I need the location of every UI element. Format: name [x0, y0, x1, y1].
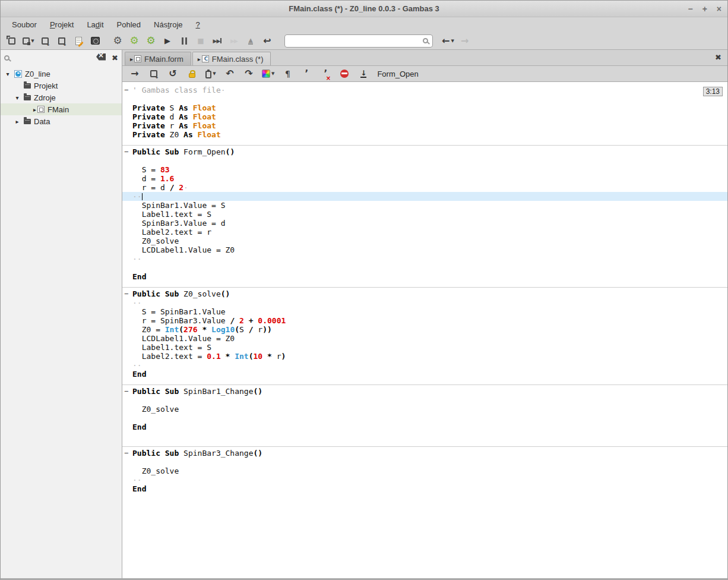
code-line[interactable]: [122, 94, 727, 103]
open-project-button[interactable]: ▼: [21, 33, 36, 49]
code-line[interactable]: LCDLabel1.Value = Z0: [122, 245, 727, 254]
code-line[interactable]: [122, 431, 727, 440]
code-line[interactable]: Z0_solve: [122, 237, 727, 245]
code-line[interactable]: Z0_solve: [122, 405, 727, 414]
save-project-button[interactable]: [37, 33, 53, 49]
finish-button[interactable]: ▲: [243, 33, 258, 49]
goto-button[interactable]: →: [127, 66, 143, 81]
code-line[interactable]: r = d / 2·: [122, 183, 727, 192]
current-code-line[interactable]: ··: [122, 192, 727, 201]
tree-item-z0line[interactable]: ▾Z0_line: [1, 68, 122, 80]
project-properties-button[interactable]: [71, 33, 86, 49]
code-line[interactable]: Label1.text = S: [122, 343, 727, 352]
menu-projekt[interactable]: Projekt: [43, 18, 80, 31]
code-line[interactable]: −Public Sub Form_Open(): [122, 147, 727, 156]
code-line[interactable]: Z0 = Int(276 * Log10(S / r)): [122, 325, 727, 334]
code-line[interactable]: LCDLabel1.Value = Z0: [122, 334, 727, 343]
clear-filter-button[interactable]: [96, 53, 106, 62]
tree-item-data[interactable]: ▸Data: [1, 115, 122, 127]
code-editor[interactable]: 3:13 −' Gambas class file·Private S As F…: [122, 82, 727, 578]
colors-button[interactable]: ▼: [260, 66, 276, 81]
comment-button[interactable]: ’: [299, 66, 314, 81]
close-tab-button[interactable]: ✖: [715, 53, 721, 62]
fold-marker[interactable]: −: [122, 387, 132, 396]
close-button[interactable]: ×: [717, 5, 721, 13]
uncomment-button[interactable]: ’×: [318, 66, 333, 81]
step-button[interactable]: ▶▶: [210, 33, 225, 49]
menu-nastroje[interactable]: Nástroje: [147, 18, 189, 31]
whitespace-button[interactable]: ¶: [280, 66, 295, 81]
stop-button[interactable]: ■: [193, 33, 208, 49]
code-line[interactable]: Label2.text = r: [122, 228, 727, 237]
code-line[interactable]: Label1.text = S: [122, 210, 727, 219]
code-line[interactable]: Z0_solve: [122, 466, 727, 475]
code-line[interactable]: [122, 396, 727, 405]
code-line[interactable]: Private r As Float: [122, 121, 727, 130]
fold-marker[interactable]: −: [122, 289, 132, 298]
expand-arrow-icon[interactable]: ▸: [14, 118, 21, 125]
make-executable-button[interactable]: [87, 33, 103, 49]
code-line[interactable]: End: [122, 423, 727, 431]
code-line[interactable]: End: [122, 272, 727, 281]
forward-button[interactable]: ▶▶: [226, 33, 242, 49]
goto-procedure-button[interactable]: ↓: [356, 66, 371, 81]
code-line[interactable]: −Public Sub Z0_solve(): [122, 289, 727, 298]
paste-special-button[interactable]: ▼: [203, 66, 219, 81]
back-button[interactable]: ←▼: [440, 33, 456, 49]
save-all-button[interactable]: [54, 33, 69, 49]
menu-ladit[interactable]: Ladit: [80, 18, 110, 31]
menu-help[interactable]: ?: [189, 18, 207, 31]
fold-marker[interactable]: −: [122, 86, 132, 94]
code-line[interactable]: [122, 156, 727, 165]
compile-button[interactable]: ⚙: [126, 33, 142, 49]
code-line[interactable]: −' Gambas class file·: [122, 86, 727, 94]
tab-fmain-class[interactable]: ▸FMain.class (*): [192, 52, 271, 65]
search-input[interactable]: [284, 34, 433, 48]
tree-item-zdroje[interactable]: ▾Zdroje: [1, 92, 122, 103]
fold-marker[interactable]: −: [122, 449, 132, 458]
minimize-button[interactable]: −: [688, 5, 692, 13]
code-line[interactable]: S = 83: [122, 165, 727, 174]
reload-button[interactable]: ↺: [165, 66, 181, 81]
code-line[interactable]: ··: [122, 298, 727, 307]
code-line[interactable]: −Public Sub SpinBar1_Change(): [122, 387, 727, 396]
pause-button[interactable]: [176, 33, 192, 49]
code-line[interactable]: Label2.text = 0.1 * Int(10 * r): [122, 352, 727, 361]
compile-all-button[interactable]: ⚙: [143, 33, 159, 49]
forward-nav-button[interactable]: →: [457, 33, 473, 49]
code-line[interactable]: SpinBar3.Value = d: [122, 219, 727, 228]
new-project-button[interactable]: [4, 33, 20, 49]
code-line[interactable]: r = SpinBar3.Value / 2 + 0.0001: [122, 316, 727, 325]
tab-fmain-form[interactable]: ▸FMain.form: [125, 52, 191, 65]
tree-item-projekt[interactable]: Projekt: [1, 80, 122, 92]
code-line[interactable]: Private d As Float: [122, 112, 727, 121]
code-line[interactable]: −Public Sub SpinBar3_Change(): [122, 449, 727, 458]
code-line[interactable]: End: [122, 484, 727, 493]
code-line[interactable]: ··: [122, 254, 727, 263]
menu-soubor[interactable]: Soubor: [5, 18, 43, 31]
code-line[interactable]: [122, 458, 727, 466]
save-as-button[interactable]: [146, 66, 162, 81]
code-line[interactable]: S = SpinBar1.Value: [122, 307, 727, 316]
close-panel-button[interactable]: ✖: [112, 53, 118, 62]
code-line[interactable]: SpinBar1.Value = S: [122, 201, 727, 210]
redo-button[interactable]: ↷: [241, 66, 257, 81]
code-line[interactable]: [122, 263, 727, 272]
lock-button[interactable]: [184, 66, 200, 81]
breakpoint-button[interactable]: [337, 66, 352, 81]
collapse-arrow-icon[interactable]: ▾: [14, 94, 21, 101]
tree-item-fmain[interactable]: ▸FMain: [1, 103, 122, 115]
code-line[interactable]: [122, 414, 727, 423]
code-line[interactable]: Private S As Float: [122, 103, 727, 112]
collapse-arrow-icon[interactable]: ▾: [4, 71, 11, 77]
fold-marker[interactable]: −: [122, 147, 132, 156]
run-button[interactable]: ▶: [160, 33, 175, 49]
menu-pohled[interactable]: Pohled: [110, 18, 147, 31]
code-line[interactable]: End: [122, 370, 727, 379]
code-line[interactable]: ··: [122, 475, 727, 484]
maximize-button[interactable]: +: [702, 5, 707, 13]
undo-button[interactable]: ↶: [222, 66, 238, 81]
return-button[interactable]: ↩: [259, 33, 275, 49]
preferences-button[interactable]: ⚙: [110, 33, 125, 49]
code-line[interactable]: d = 1.6: [122, 174, 727, 183]
